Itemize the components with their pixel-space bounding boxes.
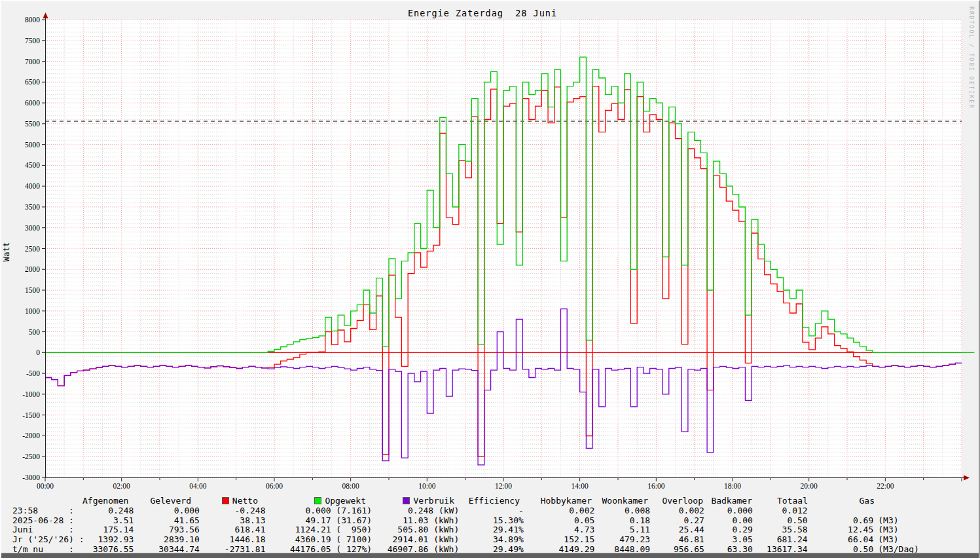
column-header-opgewekt: Opgewekt bbox=[258, 496, 366, 506]
y-tick-label: 500 bbox=[29, 328, 41, 336]
legend-swatch-verbruik-icon bbox=[403, 497, 410, 504]
y-tick-label: -3000 bbox=[22, 474, 40, 481]
cell-gas-value: 66.04 bbox=[808, 535, 874, 545]
legend-swatch-opgewekt-icon bbox=[314, 497, 321, 504]
x-tick-label: 18:00 bbox=[724, 482, 741, 490]
table-row: 2025-06-28 :3.5141.6538.1349.17 (31.67)1… bbox=[1, 516, 980, 526]
cell-gas-unit: (M3) bbox=[873, 516, 980, 526]
y-tick-label: 4500 bbox=[25, 161, 40, 169]
bottom-bevel-border bbox=[1, 553, 979, 558]
cell-woonkamer: 0.008 bbox=[594, 506, 650, 516]
cell-efficiency: - bbox=[459, 506, 524, 516]
cell-totaal: 35.58 bbox=[753, 525, 808, 535]
x-tick-label: 22:00 bbox=[877, 482, 894, 490]
column-header-label: Geleverd bbox=[150, 496, 191, 506]
x-tick-label: 06:00 bbox=[266, 482, 283, 490]
column-header-label: Totaal bbox=[777, 496, 808, 506]
column-header-netto: Netto bbox=[191, 496, 258, 506]
cell-hobbykamer: 152.15 bbox=[524, 535, 594, 545]
cell-geleverd: 0.000 bbox=[134, 506, 200, 516]
cell-netto: 1446.18 bbox=[200, 535, 266, 545]
column-header-woonkamer: Woonkamer bbox=[592, 496, 648, 506]
y-tick-label: 2000 bbox=[25, 265, 40, 273]
x-tick-label: 08:00 bbox=[342, 482, 359, 490]
y-tick-label: 0 bbox=[36, 348, 40, 356]
column-header-label: Efficiency bbox=[469, 496, 520, 506]
table-header-row: AfgenomenGeleverdNettoOpgewektVerbruikEf… bbox=[1, 496, 980, 506]
column-header-label: Hobbykamer bbox=[541, 496, 592, 506]
rrdtool-watermark: RRDTOOL / TOBI OETIKER bbox=[968, 7, 975, 109]
cell-geleverd: 793.56 bbox=[134, 525, 200, 535]
y-tick-label: -1000 bbox=[22, 390, 40, 398]
column-header-geleverd: Geleverd bbox=[124, 496, 191, 506]
cell-opgewekt: 1124.21 ( 950) bbox=[265, 525, 372, 535]
cell-gas-value: 0.69 bbox=[808, 516, 874, 526]
y-axis-title: Watt bbox=[1, 229, 11, 275]
cell-efficiency: 15.30% bbox=[459, 516, 524, 526]
table-row: Jr ('25/'26) :1392.932839.101446.184360.… bbox=[1, 535, 980, 545]
column-header-afgenomen: Afgenomen bbox=[82, 496, 124, 506]
column-header-totaal: Totaal bbox=[752, 496, 808, 506]
y-tick-label: 1500 bbox=[25, 286, 40, 294]
cell-row-label: 2025-06-28 : bbox=[1, 516, 92, 526]
statistics-table: AfgenomenGeleverdNettoOpgewektVerbruikEf… bbox=[1, 496, 980, 555]
cell-afgenomen: 1392.93 bbox=[92, 535, 134, 545]
x-tick-label: 20:00 bbox=[801, 482, 818, 490]
x-axis-arrow-icon bbox=[964, 475, 970, 481]
cell-totaal: 0.50 bbox=[753, 516, 808, 526]
y-tick-label: 6500 bbox=[25, 78, 40, 86]
y-tick-label: 1000 bbox=[25, 307, 40, 315]
cell-verbruik: 2914.01 (kWh) bbox=[372, 535, 459, 545]
cell-opgewekt: 0.000 (7.161) bbox=[265, 506, 372, 516]
column-header-hobbykamer: Hobbykamer bbox=[520, 496, 592, 506]
column-header-label: Badkamer bbox=[711, 496, 752, 506]
column-header-badkamer: Badkamer bbox=[703, 496, 752, 506]
cell-gas-value: 12.45 bbox=[808, 525, 874, 535]
cell-woonkamer: 0.18 bbox=[594, 516, 650, 526]
cell-netto: 618.41 bbox=[200, 525, 266, 535]
cell-afgenomen: 0.248 bbox=[92, 506, 134, 516]
cell-geleverd: 2839.10 bbox=[134, 535, 200, 545]
x-tick-label: 16:00 bbox=[647, 482, 664, 490]
cell-gas-unit: (M3) bbox=[873, 525, 980, 535]
cell-afgenomen: 3.51 bbox=[92, 516, 134, 526]
column-header-label: Opgewekt bbox=[325, 496, 366, 506]
cell-badkamer: 0.000 bbox=[704, 506, 753, 516]
column-header-gas-value: Gas bbox=[808, 496, 875, 506]
y-tick-label: 2500 bbox=[25, 245, 40, 253]
x-tick-label: 02:00 bbox=[113, 482, 130, 490]
column-header-label: Gas bbox=[860, 496, 875, 506]
cell-overloop: 0.002 bbox=[650, 506, 704, 516]
cell-woonkamer: 479.23 bbox=[594, 535, 650, 545]
cell-badkamer: 0.29 bbox=[704, 525, 753, 535]
legend-swatch-netto-icon bbox=[222, 497, 229, 504]
column-header-label: Verbruik bbox=[413, 496, 454, 506]
x-tick-label: 14:00 bbox=[572, 482, 589, 490]
cell-row-label: Jr ('25/'26) : bbox=[1, 535, 92, 545]
table-row: Juni :175.14793.56618.411124.21 ( 950)50… bbox=[1, 525, 980, 535]
cell-opgewekt: 49.17 (31.67) bbox=[265, 516, 372, 526]
column-header-verbruik: Verbruik bbox=[366, 496, 454, 506]
column-header-label: Netto bbox=[232, 496, 258, 506]
y-tick-label: 3000 bbox=[25, 224, 40, 232]
cell-efficiency: 34.89% bbox=[459, 535, 524, 545]
y-tick-label: 4000 bbox=[25, 182, 40, 190]
cell-netto: 38.13 bbox=[200, 516, 266, 526]
cell-afgenomen: 175.14 bbox=[92, 525, 134, 535]
energy-chart: -3000-2500-2000-1500-1000-50005001000150… bbox=[1, 1, 980, 494]
x-tick-label: 04:00 bbox=[189, 482, 206, 490]
cell-geleverd: 41.65 bbox=[134, 516, 200, 526]
table-row: 23:58 :0.2480.000-0.2480.000 (7.161)0.24… bbox=[1, 506, 980, 516]
y-tick-label: -1500 bbox=[22, 411, 40, 419]
column-header-label: Overloop bbox=[662, 496, 703, 506]
x-tick-label: 00:00 bbox=[37, 482, 54, 490]
cell-overloop: 0.27 bbox=[650, 516, 704, 526]
column-header-overloop: Overloop bbox=[648, 496, 703, 506]
x-tick-label: 12:00 bbox=[495, 482, 512, 490]
y-tick-label: 3500 bbox=[25, 203, 40, 211]
cell-gas-value bbox=[808, 506, 874, 516]
cell-overloop: 25.44 bbox=[650, 525, 704, 535]
cell-hobbykamer: 4.73 bbox=[524, 525, 594, 535]
y-tick-label: -2000 bbox=[22, 432, 40, 439]
cell-woonkamer: 5.11 bbox=[594, 525, 650, 535]
